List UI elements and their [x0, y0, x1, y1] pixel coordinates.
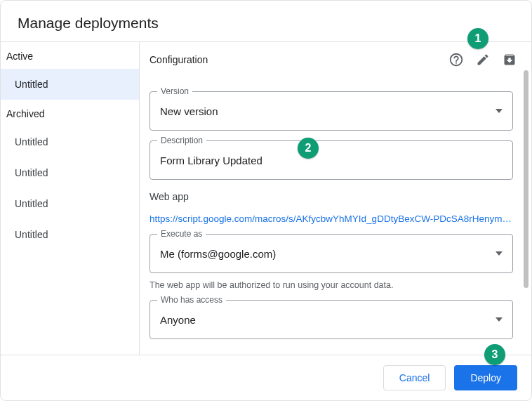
webapp-heading: Web app	[149, 191, 513, 202]
dropdown-arrow-icon	[496, 251, 503, 256]
edit-icon[interactable]	[472, 49, 493, 70]
access-value: Anyone	[160, 314, 496, 326]
help-icon[interactable]	[446, 49, 467, 70]
sidebar-item-archived-2[interactable]: Untitled	[1, 188, 139, 219]
deployments-sidebar: Active Untitled Archived Untitled Untitl…	[1, 42, 140, 355]
cancel-button[interactable]: Cancel	[383, 365, 446, 390]
version-label: Version	[157, 86, 192, 96]
description-input[interactable]	[160, 155, 503, 166]
description-label: Description	[157, 136, 206, 145]
execute-as-select[interactable]: Execute as Me (forms@google.com)	[149, 234, 513, 273]
scrollbar-thumb[interactable]	[524, 70, 528, 288]
dropdown-arrow-icon	[496, 109, 503, 113]
execute-as-value: Me (forms@google.com)	[160, 248, 496, 260]
configuration-content: Version New version Description Web app …	[140, 77, 531, 355]
sidebar-active-heading: Active	[1, 42, 139, 69]
version-select[interactable]: Version New version	[149, 91, 513, 131]
configuration-heading: Configuration	[149, 54, 440, 65]
sidebar-item-active-0[interactable]: Untitled	[1, 69, 139, 100]
dropdown-arrow-icon	[496, 317, 503, 322]
manage-deployments-dialog: Manage deployments Active Untitled Archi…	[0, 0, 532, 401]
sidebar-item-archived-1[interactable]: Untitled	[1, 157, 139, 188]
dialog-title: Manage deployments	[1, 1, 531, 41]
dialog-footer: Cancel Deploy	[1, 355, 531, 400]
annotation-badge-3: 3	[484, 344, 505, 365]
sidebar-item-archived-3[interactable]: Untitled	[1, 219, 139, 250]
deploy-button[interactable]: Deploy	[454, 365, 517, 390]
who-has-access-select[interactable]: Who has access Anyone	[149, 300, 513, 339]
sidebar-item-archived-0[interactable]: Untitled	[1, 126, 139, 157]
annotation-badge-2: 2	[298, 138, 319, 159]
webapp-url-link[interactable]: https://script.google.com/macros/s/AKfyc…	[149, 213, 513, 224]
access-label: Who has access	[157, 295, 226, 305]
archive-icon[interactable]	[499, 49, 520, 70]
dialog-body: Active Untitled Archived Untitled Untitl…	[1, 41, 531, 355]
execute-as-hint: The web app will be authorized to run us…	[149, 280, 513, 290]
sidebar-archived-heading: Archived	[1, 100, 139, 126]
version-value: New version	[160, 105, 496, 117]
description-field[interactable]: Description	[149, 140, 513, 180]
execute-as-label: Execute as	[157, 229, 206, 239]
configuration-panel: Configuration Version New version	[140, 42, 531, 355]
annotation-badge-1: 1	[467, 28, 488, 49]
